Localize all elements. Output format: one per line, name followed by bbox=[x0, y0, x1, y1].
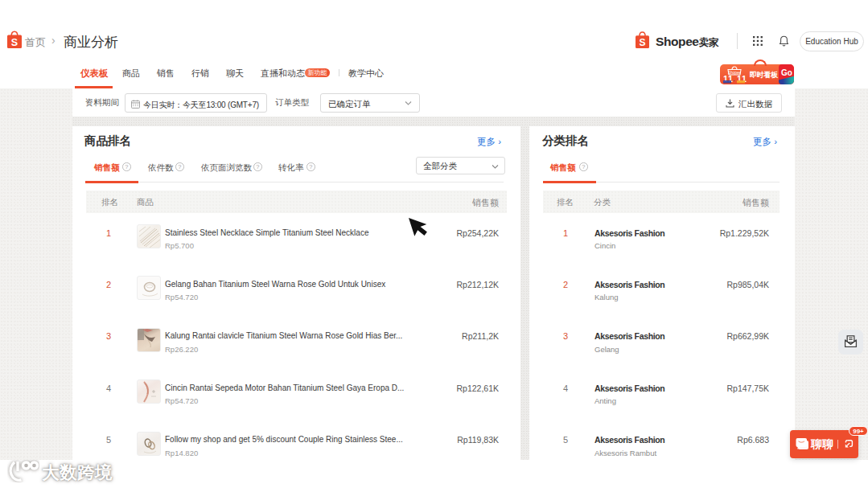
svg-text:S: S bbox=[639, 37, 645, 48]
svg-text:.: . bbox=[734, 77, 735, 82]
svg-text:S: S bbox=[11, 37, 18, 48]
